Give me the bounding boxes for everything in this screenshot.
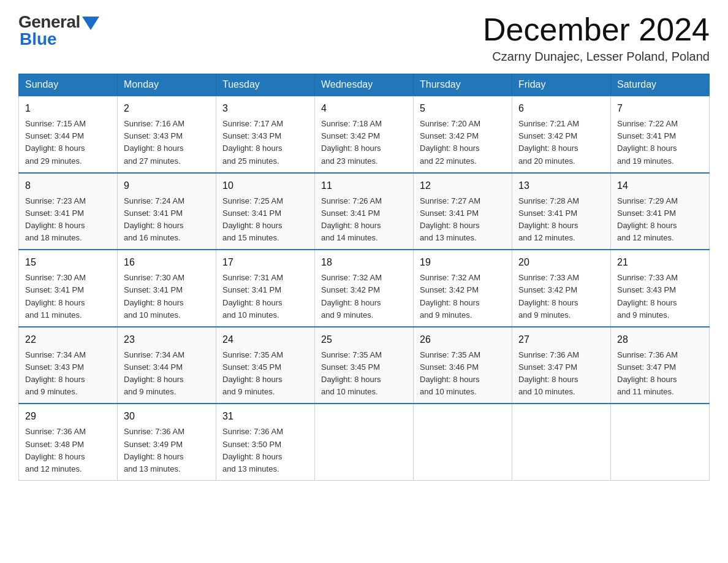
day-number: 17 xyxy=(222,255,308,270)
day-info: Sunrise: 7:21 AMSunset: 3:42 PMDaylight:… xyxy=(518,118,604,167)
day-number: 14 xyxy=(617,178,703,193)
day-number: 3 xyxy=(222,101,308,116)
calendar-cell: 5Sunrise: 7:20 AMSunset: 3:42 PMDaylight… xyxy=(414,96,512,173)
calendar-cell: 20Sunrise: 7:33 AMSunset: 3:42 PMDayligh… xyxy=(512,250,611,327)
day-number: 20 xyxy=(518,255,604,270)
calendar-cell: 23Sunrise: 7:34 AMSunset: 3:44 PMDayligh… xyxy=(118,327,216,404)
calendar-cell: 21Sunrise: 7:33 AMSunset: 3:43 PMDayligh… xyxy=(611,250,710,327)
day-number: 11 xyxy=(321,178,407,193)
calendar-cell: 15Sunrise: 7:30 AMSunset: 3:41 PMDayligh… xyxy=(19,250,118,327)
calendar-cell: 8Sunrise: 7:23 AMSunset: 3:41 PMDaylight… xyxy=(19,173,118,250)
day-number: 15 xyxy=(25,255,111,270)
calendar-cell xyxy=(315,404,414,480)
calendar-cell: 13Sunrise: 7:28 AMSunset: 3:41 PMDayligh… xyxy=(512,173,611,250)
day-number: 7 xyxy=(617,101,703,116)
day-info: Sunrise: 7:36 AMSunset: 3:50 PMDaylight:… xyxy=(222,426,308,475)
day-number: 12 xyxy=(420,178,506,193)
calendar-body: 1Sunrise: 7:15 AMSunset: 3:44 PMDaylight… xyxy=(19,96,710,480)
calendar-cell: 22Sunrise: 7:34 AMSunset: 3:43 PMDayligh… xyxy=(19,327,118,404)
day-info: Sunrise: 7:34 AMSunset: 3:43 PMDaylight:… xyxy=(25,349,111,399)
calendar-cell: 6Sunrise: 7:21 AMSunset: 3:42 PMDaylight… xyxy=(512,96,611,173)
logo: General Blue xyxy=(18,12,99,49)
day-info: Sunrise: 7:36 AMSunset: 3:47 PMDaylight:… xyxy=(617,349,703,399)
logo-blue-text: Blue xyxy=(18,29,57,49)
day-number: 21 xyxy=(617,255,703,270)
day-number: 19 xyxy=(420,255,506,270)
day-info: Sunrise: 7:20 AMSunset: 3:42 PMDaylight:… xyxy=(420,118,506,167)
day-number: 1 xyxy=(25,101,111,116)
title-section: December 2024 Czarny Dunajec, Lesser Pol… xyxy=(483,12,710,64)
header-sunday: Sunday xyxy=(19,74,118,96)
calendar-week-row: 1Sunrise: 7:15 AMSunset: 3:44 PMDaylight… xyxy=(19,96,710,173)
calendar-cell: 1Sunrise: 7:15 AMSunset: 3:44 PMDaylight… xyxy=(19,96,118,173)
header-monday: Monday xyxy=(118,74,216,96)
day-info: Sunrise: 7:15 AMSunset: 3:44 PMDaylight:… xyxy=(25,118,111,167)
logo-triangle-icon xyxy=(82,17,99,30)
calendar-week-row: 29Sunrise: 7:36 AMSunset: 3:48 PMDayligh… xyxy=(19,404,710,480)
day-info: Sunrise: 7:36 AMSunset: 3:49 PMDaylight:… xyxy=(124,426,210,475)
day-number: 2 xyxy=(124,101,210,116)
day-info: Sunrise: 7:34 AMSunset: 3:44 PMDaylight:… xyxy=(124,349,210,399)
calendar-cell xyxy=(414,404,512,480)
day-number: 23 xyxy=(124,332,210,347)
calendar-cell: 11Sunrise: 7:26 AMSunset: 3:41 PMDayligh… xyxy=(315,173,414,250)
day-number: 6 xyxy=(518,101,604,116)
day-info: Sunrise: 7:32 AMSunset: 3:42 PMDaylight:… xyxy=(420,272,506,321)
day-info: Sunrise: 7:35 AMSunset: 3:46 PMDaylight:… xyxy=(420,349,506,399)
day-info: Sunrise: 7:31 AMSunset: 3:41 PMDaylight:… xyxy=(222,272,308,321)
calendar-week-row: 8Sunrise: 7:23 AMSunset: 3:41 PMDaylight… xyxy=(19,173,710,250)
calendar-cell: 27Sunrise: 7:36 AMSunset: 3:47 PMDayligh… xyxy=(512,327,611,404)
day-info: Sunrise: 7:18 AMSunset: 3:42 PMDaylight:… xyxy=(321,118,407,167)
day-number: 4 xyxy=(321,101,407,116)
location-text: Czarny Dunajec, Lesser Poland, Poland xyxy=(483,50,710,64)
day-number: 5 xyxy=(420,101,506,116)
calendar-cell: 12Sunrise: 7:27 AMSunset: 3:41 PMDayligh… xyxy=(414,173,512,250)
header-friday: Friday xyxy=(512,74,611,96)
day-number: 28 xyxy=(617,332,703,347)
day-number: 25 xyxy=(321,332,407,347)
day-info: Sunrise: 7:27 AMSunset: 3:41 PMDaylight:… xyxy=(420,195,506,245)
header-tuesday: Tuesday xyxy=(216,74,315,96)
day-info: Sunrise: 7:35 AMSunset: 3:45 PMDaylight:… xyxy=(222,349,308,399)
day-info: Sunrise: 7:29 AMSunset: 3:41 PMDaylight:… xyxy=(617,195,703,245)
calendar-cell: 26Sunrise: 7:35 AMSunset: 3:46 PMDayligh… xyxy=(414,327,512,404)
calendar-header-row: SundayMondayTuesdayWednesdayThursdayFrid… xyxy=(19,74,710,96)
day-number: 24 xyxy=(222,332,308,347)
day-number: 18 xyxy=(321,255,407,270)
day-number: 10 xyxy=(222,178,308,193)
calendar-cell xyxy=(512,404,611,480)
calendar-cell: 14Sunrise: 7:29 AMSunset: 3:41 PMDayligh… xyxy=(611,173,710,250)
day-number: 31 xyxy=(222,409,308,424)
day-info: Sunrise: 7:26 AMSunset: 3:41 PMDaylight:… xyxy=(321,195,407,245)
calendar-cell: 29Sunrise: 7:36 AMSunset: 3:48 PMDayligh… xyxy=(19,404,118,480)
calendar-table: SundayMondayTuesdayWednesdayThursdayFrid… xyxy=(18,74,710,481)
day-number: 27 xyxy=(518,332,604,347)
day-info: Sunrise: 7:35 AMSunset: 3:45 PMDaylight:… xyxy=(321,349,407,399)
day-info: Sunrise: 7:28 AMSunset: 3:41 PMDaylight:… xyxy=(518,195,604,245)
day-info: Sunrise: 7:30 AMSunset: 3:41 PMDaylight:… xyxy=(25,272,111,321)
header-saturday: Saturday xyxy=(611,74,710,96)
calendar-cell: 28Sunrise: 7:36 AMSunset: 3:47 PMDayligh… xyxy=(611,327,710,404)
day-info: Sunrise: 7:24 AMSunset: 3:41 PMDaylight:… xyxy=(124,195,210,245)
calendar-cell: 17Sunrise: 7:31 AMSunset: 3:41 PMDayligh… xyxy=(216,250,315,327)
calendar-cell: 19Sunrise: 7:32 AMSunset: 3:42 PMDayligh… xyxy=(414,250,512,327)
day-number: 29 xyxy=(25,409,111,424)
day-info: Sunrise: 7:32 AMSunset: 3:42 PMDaylight:… xyxy=(321,272,407,321)
day-info: Sunrise: 7:23 AMSunset: 3:41 PMDaylight:… xyxy=(25,195,111,245)
day-info: Sunrise: 7:33 AMSunset: 3:42 PMDaylight:… xyxy=(518,272,604,321)
calendar-cell: 25Sunrise: 7:35 AMSunset: 3:45 PMDayligh… xyxy=(315,327,414,404)
calendar-cell: 24Sunrise: 7:35 AMSunset: 3:45 PMDayligh… xyxy=(216,327,315,404)
day-number: 22 xyxy=(25,332,111,347)
page-header: General Blue December 2024 Czarny Dunaje… xyxy=(18,12,710,64)
calendar-cell: 3Sunrise: 7:17 AMSunset: 3:43 PMDaylight… xyxy=(216,96,315,173)
day-number: 8 xyxy=(25,178,111,193)
day-number: 13 xyxy=(518,178,604,193)
day-info: Sunrise: 7:25 AMSunset: 3:41 PMDaylight:… xyxy=(222,195,308,245)
calendar-cell: 2Sunrise: 7:16 AMSunset: 3:43 PMDaylight… xyxy=(118,96,216,173)
calendar-cell: 4Sunrise: 7:18 AMSunset: 3:42 PMDaylight… xyxy=(315,96,414,173)
header-thursday: Thursday xyxy=(414,74,512,96)
day-info: Sunrise: 7:16 AMSunset: 3:43 PMDaylight:… xyxy=(124,118,210,167)
day-number: 16 xyxy=(124,255,210,270)
calendar-cell: 7Sunrise: 7:22 AMSunset: 3:41 PMDaylight… xyxy=(611,96,710,173)
calendar-cell: 16Sunrise: 7:30 AMSunset: 3:41 PMDayligh… xyxy=(118,250,216,327)
